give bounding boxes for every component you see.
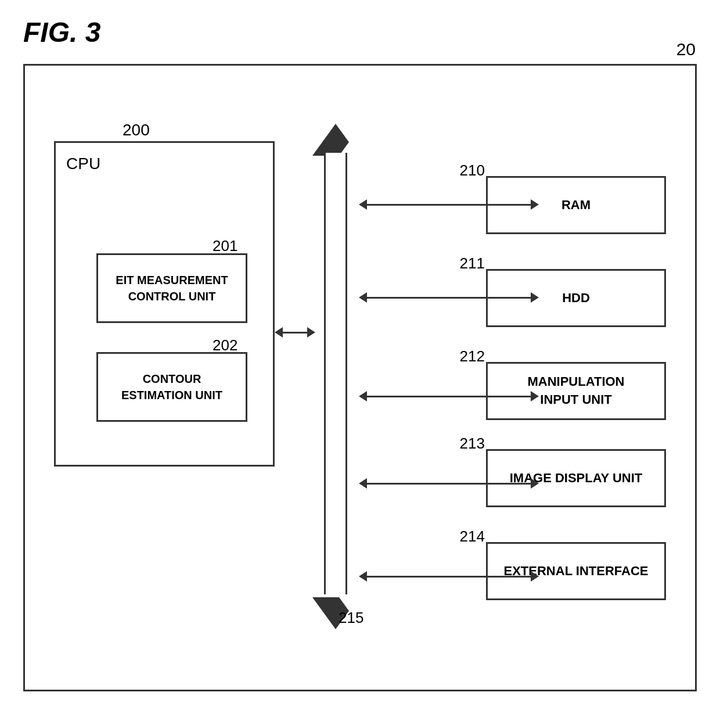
bus-arrow-top-inner [339, 128, 379, 156]
arrow-head-left-manip-icon [359, 391, 367, 401]
arrow-to-image [359, 478, 539, 489]
arrow-head-left-external-icon [359, 571, 367, 582]
label-200: 200 [123, 121, 150, 139]
arrow-to-ram [359, 199, 539, 210]
figure-title: FIG. 3 [23, 16, 100, 48]
cpu-box: CPU 201 EIT MEASUREMENTCONTROL UNIT 202 … [54, 141, 275, 467]
bus-spine [312, 124, 359, 629]
eit-box: EIT MEASUREMENTCONTROL UNIT [96, 253, 247, 323]
arrow-line-external [367, 576, 531, 578]
arrow-head-left-icon [275, 327, 283, 338]
ram-text: RAM [561, 196, 591, 214]
arrow-line-manip [367, 396, 531, 397]
outer-box: 200 CPU 201 EIT MEASUREMENTCONTROL UNIT … [23, 64, 697, 691]
arrow-head-left-hdd-icon [359, 292, 367, 303]
bus-arrow-top-icon [312, 124, 359, 156]
arrow-head-right-image-icon [531, 478, 539, 489]
label-213: 213 [460, 435, 485, 453]
cpu-bus-arrow [275, 327, 315, 338]
label-211: 211 [460, 254, 485, 272]
arrow-line-ram [367, 204, 531, 206]
label-20: 20 [676, 40, 696, 59]
arrow-to-manip [359, 391, 539, 401]
label-210: 210 [460, 162, 485, 180]
cpu-header: CPU [66, 155, 100, 173]
hdd-text: HDD [562, 289, 590, 307]
bus-bar [324, 153, 347, 594]
arrow-head-left-ram-icon [359, 199, 367, 210]
label-201: 201 [213, 237, 237, 255]
contour-box: CONTOURESTIMATION UNIT [96, 352, 247, 422]
manipulation-text: MANIPULATIONINPUT UNIT [527, 373, 624, 409]
eit-text: EIT MEASUREMENTCONTROL UNIT [116, 272, 228, 304]
arrow-head-right-hdd-icon [531, 292, 539, 303]
arrow-head-right-ram-icon [531, 199, 539, 210]
arrow-head-right-manip-icon [531, 391, 539, 401]
arrow-to-hdd [359, 292, 539, 303]
label-215: 215 [339, 609, 363, 627]
label-214: 214 [460, 528, 485, 546]
arrow-head-left-image-icon [359, 478, 367, 489]
arrow-to-external [359, 571, 539, 582]
arrow-line [283, 332, 307, 333]
label-212: 212 [460, 347, 485, 365]
arrow-line-hdd [367, 297, 531, 299]
arrow-head-right-external-icon [531, 571, 539, 582]
arrow-line-image [367, 483, 531, 485]
contour-text: CONTOURESTIMATION UNIT [121, 371, 222, 403]
